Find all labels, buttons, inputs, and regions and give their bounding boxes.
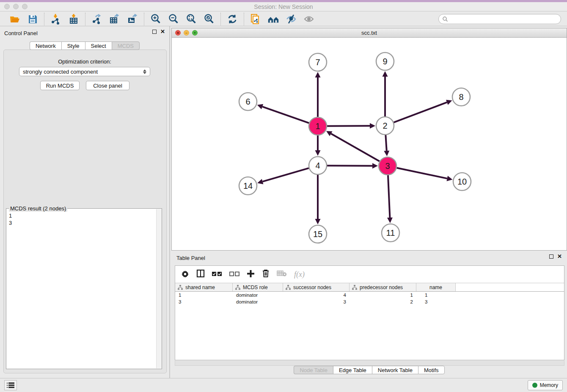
tab-edge-table[interactable]: Edge Table xyxy=(333,366,372,374)
refresh-network-icon[interactable] xyxy=(226,13,238,25)
task-history-button[interactable] xyxy=(4,380,17,390)
status-bar: Memory xyxy=(0,378,567,392)
table-cell[interactable]: 2 xyxy=(350,298,416,305)
import-table-icon[interactable] xyxy=(68,13,80,25)
open-file-icon[interactable] xyxy=(9,13,21,25)
split-view-icon[interactable] xyxy=(196,269,205,279)
criterion-dropdown[interactable]: strongly connected component xyxy=(19,67,150,76)
table-cell[interactable]: 3 xyxy=(283,298,350,305)
column-type-icon xyxy=(286,285,291,290)
search-input[interactable] xyxy=(448,16,557,22)
close-panel-button[interactable]: Close panel xyxy=(86,81,129,90)
table-cell[interactable]: 1 xyxy=(350,292,416,298)
table-cell[interactable]: 4 xyxy=(283,292,350,298)
node-label-15: 15 xyxy=(313,229,322,239)
tab-mcds[interactable]: MCDS xyxy=(112,41,140,50)
tab-motifs[interactable]: Motifs xyxy=(418,366,445,374)
edge-arrowhead xyxy=(315,150,321,156)
select-all-columns-icon[interactable] xyxy=(212,271,222,278)
edge-arrowhead xyxy=(370,123,375,129)
column-label: name xyxy=(429,284,442,290)
column-header-MCDS-role[interactable]: MCDS role xyxy=(233,283,283,291)
table-cell[interactable]: dominator xyxy=(233,298,283,305)
show-all-icon[interactable] xyxy=(303,13,315,25)
zoom-selected-icon[interactable] xyxy=(203,13,215,25)
edge-3-10[interactable] xyxy=(397,168,447,179)
import-network-icon[interactable] xyxy=(50,13,62,25)
table-tabs: Node Table Edge Table Network Table Moti… xyxy=(171,366,567,374)
edge-4-3[interactable] xyxy=(327,166,372,166)
control-panel-tabs: Network Style Select MCDS xyxy=(0,41,169,50)
node-label-14: 14 xyxy=(243,181,253,190)
network-search-field[interactable] xyxy=(438,14,561,24)
table-row[interactable]: 1dominator411 xyxy=(175,292,564,298)
save-session-icon[interactable] xyxy=(27,13,39,25)
table-toolbar: f(x) xyxy=(175,266,564,283)
table-cell[interactable]: 1 xyxy=(175,292,233,298)
network-view-window: ✕ − + scc.txt 7968124314101511 xyxy=(171,28,567,251)
column-label: shared name xyxy=(185,284,215,290)
table-settings-icon[interactable] xyxy=(181,270,189,279)
edge-4-14[interactable] xyxy=(263,168,309,182)
table-cell[interactable]: 3 xyxy=(175,298,233,305)
edge-arrowhead xyxy=(387,218,393,223)
column-label: predecessor nodes xyxy=(360,284,403,290)
tab-style[interactable]: Style xyxy=(61,41,85,50)
deselect-all-columns-icon[interactable] xyxy=(229,271,239,278)
node-table[interactable]: shared nameMCDS rolesuccessor nodesprede… xyxy=(175,283,564,305)
window-titlebar[interactable]: Session: New Session xyxy=(0,2,567,11)
tab-node-table[interactable]: Node Table xyxy=(294,366,333,374)
add-column-icon[interactable] xyxy=(247,270,255,279)
column-header-name[interactable]: name xyxy=(416,283,456,291)
edge-3-1[interactable] xyxy=(331,134,380,161)
float-panel-icon[interactable] xyxy=(152,30,157,34)
node-label-7: 7 xyxy=(315,58,320,67)
table-cell[interactable]: 3 xyxy=(416,298,456,305)
table-cell[interactable]: 1 xyxy=(416,292,456,298)
float-table-panel-icon[interactable] xyxy=(549,254,553,259)
memory-status-icon xyxy=(532,383,537,388)
node-label-11: 11 xyxy=(386,228,395,237)
edge-arrowhead xyxy=(257,104,263,109)
edge-1-2[interactable] xyxy=(327,126,370,126)
main-toolbar xyxy=(0,12,567,26)
tab-network-table[interactable]: Network Table xyxy=(372,366,418,374)
table-panel-header: Table Panel ✕ xyxy=(171,252,567,264)
edge-2-3[interactable] xyxy=(385,135,386,151)
new-network-from-selection-icon[interactable] xyxy=(250,13,261,25)
memory-button[interactable]: Memory xyxy=(528,380,563,390)
mcds-result-list[interactable]: 1 3 xyxy=(6,210,156,369)
first-neighbors-icon[interactable] xyxy=(267,13,279,25)
close-panel-icon[interactable]: ✕ xyxy=(160,30,165,34)
network-graph[interactable]: 7968124314101511 xyxy=(172,38,567,250)
run-mcds-button[interactable]: Run MCDS xyxy=(40,81,80,90)
table-cell[interactable]: dominator xyxy=(233,292,283,298)
result-scrollbar[interactable] xyxy=(156,209,162,368)
table-row[interactable]: 3dominator323 xyxy=(175,298,564,305)
tab-select[interactable]: Select xyxy=(85,41,112,50)
zoom-fit-icon[interactable] xyxy=(185,13,197,25)
export-image-icon[interactable] xyxy=(127,13,138,25)
hide-selected-icon[interactable] xyxy=(285,13,297,25)
zoom-out-icon[interactable] xyxy=(168,13,179,25)
zoom-in-icon[interactable] xyxy=(150,13,162,25)
column-type-icon xyxy=(235,285,240,290)
edge-2-8[interactable] xyxy=(394,102,447,123)
delete-column-icon[interactable] xyxy=(262,269,270,279)
window-title: Session: New Session xyxy=(0,3,567,10)
network-window-titlebar[interactable]: ✕ − + scc.txt xyxy=(172,28,567,38)
export-table-icon[interactable] xyxy=(109,13,121,25)
search-icon xyxy=(442,16,448,22)
tab-network[interactable]: Network xyxy=(30,41,61,50)
network-canvas[interactable]: 7968124314101511 xyxy=(172,38,567,250)
close-table-panel-icon[interactable]: ✕ xyxy=(557,254,562,259)
edge-1-6[interactable] xyxy=(262,107,309,123)
column-header-successor-nodes[interactable]: successor nodes xyxy=(283,283,350,291)
column-header-predecessor-nodes[interactable]: predecessor nodes xyxy=(350,283,416,291)
node-label-4: 4 xyxy=(315,161,320,170)
column-header-shared-name[interactable]: shared name xyxy=(175,283,233,291)
export-network-icon[interactable] xyxy=(91,13,103,25)
apply-function-icon[interactable]: f(x) xyxy=(294,270,305,279)
delete-table-icon[interactable] xyxy=(277,270,287,279)
edge-3-11[interactable] xyxy=(388,175,390,218)
